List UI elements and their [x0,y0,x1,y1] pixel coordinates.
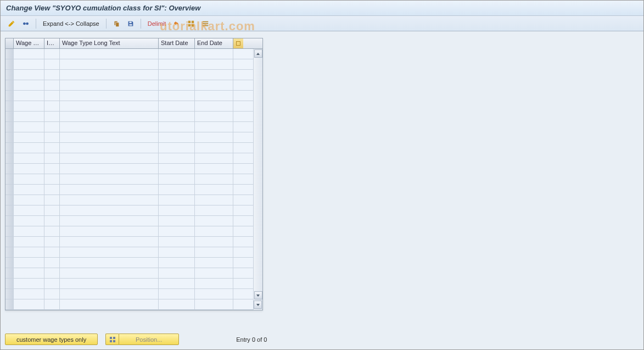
cell[interactable] [60,91,159,101]
position-icon-button[interactable] [105,334,119,345]
row-selector[interactable] [5,70,14,80]
cell[interactable] [44,279,60,289]
cell[interactable] [159,299,195,310]
cell[interactable] [44,185,60,195]
cell[interactable] [195,258,233,268]
cell[interactable] [159,132,195,143]
cell[interactable] [14,49,44,59]
vertical-scrollbar[interactable] [253,49,262,310]
cell[interactable] [195,247,233,258]
cell[interactable] [159,268,195,279]
save-button[interactable] [125,18,136,29]
cell[interactable] [60,59,159,70]
row-selector[interactable] [5,268,14,279]
cell[interactable] [195,70,233,80]
cell[interactable] [60,112,159,122]
cell[interactable] [195,122,233,132]
cell[interactable] [60,205,159,216]
scroll-down-button-2[interactable] [254,301,262,309]
column-header[interactable]: End Date [195,38,233,48]
row-selector[interactable] [5,185,14,195]
cell[interactable] [44,289,60,299]
cell[interactable] [14,122,44,132]
details-button[interactable] [20,18,31,29]
cell[interactable] [44,143,60,153]
cell[interactable] [14,132,44,143]
cell[interactable] [60,247,159,258]
cell[interactable] [44,49,60,59]
cell[interactable] [14,143,44,153]
cell[interactable] [60,49,159,59]
cell[interactable] [60,195,159,205]
cell[interactable] [44,174,60,185]
cell[interactable] [159,59,195,70]
cell[interactable] [159,237,195,247]
cell[interactable] [44,268,60,279]
cell[interactable] [195,153,233,164]
cell[interactable] [60,216,159,226]
cell[interactable] [44,59,60,70]
customer-wage-types-button[interactable]: customer wage types only [5,334,98,345]
cell[interactable] [159,205,195,216]
cell[interactable] [44,70,60,80]
row-selector[interactable] [5,237,14,247]
cell[interactable] [195,216,233,226]
row-selector[interactable] [5,143,14,153]
cell[interactable] [159,91,195,101]
cell[interactable] [195,91,233,101]
cell[interactable] [195,195,233,205]
cell[interactable] [60,132,159,143]
cell[interactable] [60,268,159,279]
cell[interactable] [14,101,44,112]
cell[interactable] [44,247,60,258]
cell[interactable] [195,185,233,195]
cell[interactable] [159,258,195,268]
undo-button[interactable] [171,18,182,29]
cell[interactable] [14,226,44,237]
cell[interactable] [195,132,233,143]
cell[interactable] [159,289,195,299]
cell[interactable] [159,112,195,122]
table-settings-button[interactable] [200,18,211,29]
row-selector[interactable] [5,216,14,226]
row-selector[interactable] [5,226,14,237]
expand-collapse-button[interactable]: Expand <-> Collapse [41,20,102,27]
cell[interactable] [159,174,195,185]
row-selector[interactable] [5,59,14,70]
column-header[interactable]: Wage Ty... [14,38,44,48]
cell[interactable] [44,101,60,112]
cell[interactable] [60,80,159,91]
cell[interactable] [44,299,60,310]
cell[interactable] [44,122,60,132]
cell[interactable] [60,101,159,112]
row-selector[interactable] [5,122,14,132]
cell[interactable] [14,153,44,164]
cell[interactable] [195,226,233,237]
cell[interactable] [60,143,159,153]
cell[interactable] [60,185,159,195]
row-selector[interactable] [5,112,14,122]
cell[interactable] [159,226,195,237]
row-selector[interactable] [5,49,14,59]
cell[interactable] [60,258,159,268]
cell[interactable] [14,216,44,226]
row-selector[interactable] [5,258,14,268]
cell[interactable] [195,112,233,122]
delimit-button[interactable]: Delimit [145,20,169,27]
cell[interactable] [195,279,233,289]
cell[interactable] [44,132,60,143]
cell[interactable] [14,237,44,247]
position-button[interactable]: Position... [119,334,179,345]
row-selector[interactable] [5,174,14,185]
cell[interactable] [195,143,233,153]
cell[interactable] [60,226,159,237]
cell[interactable] [195,49,233,59]
cell[interactable] [159,153,195,164]
cell[interactable] [159,101,195,112]
cell[interactable] [195,289,233,299]
cell[interactable] [159,195,195,205]
edit-toggle-button[interactable] [6,18,17,29]
cell[interactable] [159,49,195,59]
row-selector[interactable] [5,80,14,91]
row-selector[interactable] [5,247,14,258]
